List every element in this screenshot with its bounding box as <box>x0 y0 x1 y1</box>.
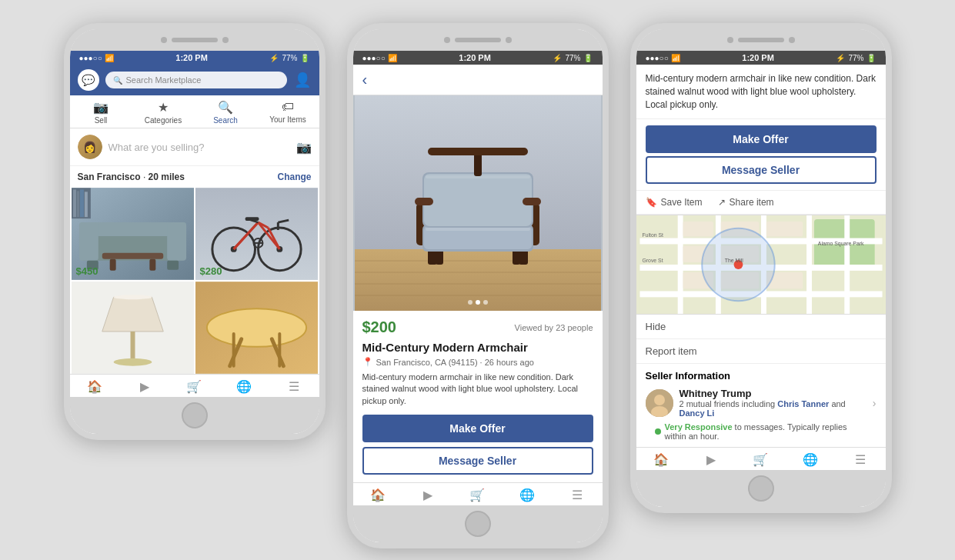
scene: ●●●○○ 📶 1:20 PM ⚡ 77% 🔋 🔍 Search Marketp… <box>0 0 955 560</box>
bottom-nav-shop-2[interactable]: 🛒 <box>452 488 503 502</box>
bottom-nav-globe-2[interactable]: 🌐 <box>503 488 553 502</box>
tab-search[interactable]: 🔍 Search <box>195 100 257 125</box>
bottom-nav-home-3[interactable]: 🏠 <box>636 452 686 467</box>
svg-rect-64 <box>426 228 530 231</box>
p3-top-desc: Mid-century modern armchair in like new … <box>636 65 886 119</box>
report-item-link[interactable]: Report item <box>636 339 886 364</box>
tab-categories-label: Categories <box>145 116 182 125</box>
map-container: Fulton St Grove St Alamo Square Park The… <box>636 215 886 315</box>
bottom-nav-home-2[interactable]: 🏠 <box>353 488 403 502</box>
bookmark-icon: 🔖 <box>646 197 657 208</box>
svg-rect-8 <box>102 253 163 259</box>
tab-your-items-label: Your Items <box>269 115 306 124</box>
person-icon-1[interactable]: 👤 <box>293 71 312 89</box>
search-box-1[interactable]: 🔍 Search Marketplace <box>105 72 287 88</box>
pin-icon: 📍 <box>362 357 373 367</box>
bottom-nav-menu-2[interactable]: ☰ <box>553 488 603 502</box>
camera-icon[interactable]: 📷 <box>296 140 312 155</box>
wifi-3: 📶 <box>671 54 680 62</box>
item-description: Mid-century modern armchair in like new … <box>362 372 593 407</box>
location-miles: · <box>143 172 149 182</box>
sofa-price: $450 <box>76 265 99 277</box>
svg-rect-9 <box>109 259 115 271</box>
bottom-nav-shop-3[interactable]: 🛒 <box>736 452 786 467</box>
change-location-btn[interactable]: Change <box>277 172 311 182</box>
make-offer-button-2[interactable]: Make Offer <box>362 415 593 442</box>
your-items-icon: 🏷 <box>282 100 294 114</box>
tab-sell[interactable]: 📷 Sell <box>70 100 132 125</box>
lamp-image <box>72 282 194 374</box>
svg-rect-77 <box>806 215 812 314</box>
message-seller-button-2[interactable]: Message Seller <box>362 447 593 475</box>
seller-row[interactable]: Whitney Trump 2 mutual friends including… <box>646 388 877 418</box>
status-left-1: ●●●○○ 📶 <box>79 54 114 62</box>
svg-rect-12 <box>72 189 75 217</box>
home-button-1[interactable] <box>182 402 208 428</box>
bottom-nav-shop-1[interactable]: 🛒 <box>169 379 219 394</box>
bottom-nav-play-3[interactable]: ▶ <box>686 452 736 467</box>
svg-rect-78 <box>844 215 850 314</box>
item-image-container <box>353 95 603 311</box>
product-card-lamp[interactable] <box>72 282 194 374</box>
svg-rect-68 <box>428 148 528 155</box>
item-location: San Francisco, CA (94115) · 26 hours ago <box>376 358 534 367</box>
save-item-btn[interactable]: 🔖 Save Item <box>646 197 703 208</box>
tab-categories[interactable]: ★ Categories <box>132 100 195 125</box>
messenger-icon-1[interactable] <box>78 69 99 91</box>
battery-icon-2: 🔋 <box>583 54 593 62</box>
phone-1-bottom <box>70 397 319 434</box>
svg-rect-10 <box>149 259 155 271</box>
status-time-3: 1:20 PM <box>742 53 774 62</box>
bottom-nav-play-2[interactable]: ▶ <box>402 488 452 502</box>
bottom-nav-globe-1[interactable]: 🌐 <box>219 379 269 394</box>
seller-section: Seller Information Whitney Trump 2 mutua… <box>636 364 886 447</box>
battery-icon-1: 🔋 <box>300 54 309 62</box>
p3-message-seller-wrap: Message Seller <box>636 156 886 190</box>
wifi-icon-1: 📶 <box>105 54 114 62</box>
dot-3[interactable] <box>483 300 488 305</box>
home-button-2[interactable] <box>465 511 491 537</box>
dot-2[interactable] <box>476 300 480 305</box>
signal-3: ●●●○○ <box>646 54 669 62</box>
phone-2-body: ●●●○○ 📶 1:20 PM ⚡ 77% 🔋 ‹ <box>353 51 603 505</box>
svg-text:The Mill: The Mill <box>724 258 743 263</box>
signal-dots-1: ●●●○○ <box>79 54 102 62</box>
product-card-sofa[interactable]: $450 <box>72 188 194 280</box>
phone-3: ●●●○○ 📶 1:20 PM ⚡ 77% 🔋 Mid-century mode… <box>630 23 892 513</box>
dot-1[interactable] <box>468 300 472 305</box>
bottom-nav-play-1[interactable]: ▶ <box>119 379 169 394</box>
svg-rect-30 <box>245 217 259 221</box>
phone-3-bottom <box>636 470 886 507</box>
bottom-nav-menu-3[interactable]: ☰ <box>836 452 886 467</box>
bottom-nav-menu-1[interactable]: ☰ <box>269 379 319 394</box>
sell-placeholder[interactable]: What are you selling? <box>109 142 290 153</box>
sell-input-row[interactable]: 👩 What are you selling? 📷 <box>70 128 319 166</box>
make-offer-button-3[interactable]: Make Offer <box>646 125 877 153</box>
location-text: San Francisco · 20 miles <box>78 172 185 182</box>
share-item-btn[interactable]: ↗ Share item <box>718 197 774 208</box>
tab-your-items[interactable]: 🏷 Your Items <box>257 100 319 125</box>
status-left-2: ●●●○○ 📶 <box>362 54 397 62</box>
sell-icon: 📷 <box>93 100 109 115</box>
status-right-1: ⚡ 77% 🔋 <box>269 54 309 62</box>
home-button-3[interactable] <box>748 475 774 502</box>
speaker-2 <box>455 38 501 42</box>
item-price: $200 <box>362 318 397 336</box>
bottom-nav-home-1[interactable]: 🏠 <box>70 379 120 394</box>
product-card-bike[interactable]: $280 <box>195 188 318 280</box>
phone2-nav: ‹ <box>353 65 603 95</box>
message-seller-button-3[interactable]: Message Seller <box>646 156 877 184</box>
bottom-nav-globe-3[interactable]: 🌐 <box>786 452 836 467</box>
product-card-table[interactable] <box>195 282 318 374</box>
share-icon: ↗ <box>718 197 726 208</box>
search-icon-1: 🔍 <box>113 76 122 85</box>
phone-1-body: ●●●○○ 📶 1:20 PM ⚡ 77% 🔋 🔍 Search Marketp… <box>70 51 319 397</box>
back-button-2[interactable]: ‹ <box>362 71 368 88</box>
armchair-svg <box>353 95 603 311</box>
svg-point-36 <box>113 358 152 366</box>
status-bar-1: ●●●○○ 📶 1:20 PM ⚡ 77% 🔋 <box>70 51 319 65</box>
svg-rect-62 <box>424 174 532 226</box>
hide-link[interactable]: Hide <box>636 315 886 339</box>
battery-icon-3: 🔋 <box>867 54 876 62</box>
svg-rect-35 <box>130 332 135 362</box>
